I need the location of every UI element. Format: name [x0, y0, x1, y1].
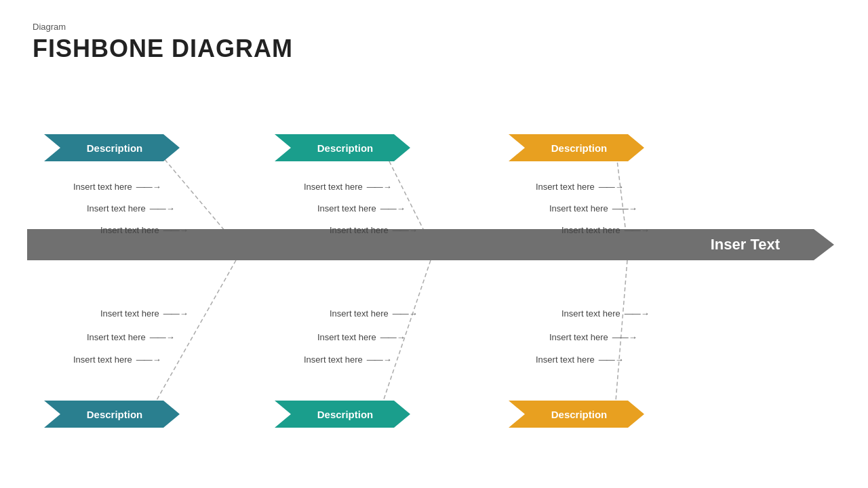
top-item-1-2: Insert text here — [87, 203, 175, 214]
arrow-icon — [599, 182, 624, 192]
arrow-icon — [163, 308, 189, 319]
bottom-item-1-1: Insert text here — [100, 308, 189, 319]
svg-line-4 — [383, 260, 431, 401]
top-label-1: Description — [44, 134, 180, 161]
top-label-2: Description — [275, 134, 410, 161]
bottom-item-3-3: Insert text here — [536, 354, 624, 365]
bottom-item-2-3: Insert text here — [304, 354, 392, 365]
header: Diagram FISHBONE DIAGRAM — [33, 22, 293, 63]
header-subtitle: Diagram — [33, 22, 293, 32]
arrow-icon — [367, 182, 392, 192]
top-item-3-1: Insert text here — [536, 182, 624, 192]
arrow-icon — [393, 225, 418, 235]
bottom-item-3-1: Insert text here — [561, 308, 650, 319]
bottom-label-2: Description — [275, 401, 410, 428]
arrow-icon — [163, 225, 189, 235]
top-item-2-2: Insert text here — [317, 203, 406, 214]
svg-line-3 — [156, 260, 236, 401]
bottom-item-1-2: Insert text here — [87, 332, 175, 342]
header-title: FISHBONE DIAGRAM — [33, 35, 293, 63]
top-item-2-1: Insert text here — [304, 182, 392, 192]
arrow-icon — [150, 332, 175, 342]
spine-label: Inser Text — [711, 236, 814, 253]
arrow-icon — [150, 203, 175, 214]
arrow-icon — [625, 308, 650, 319]
top-item-3-3: Insert text here — [561, 225, 650, 235]
top-item-2-3: Insert text here — [330, 225, 418, 235]
bottom-item-1-3: Insert text here — [73, 354, 161, 365]
top-item-3-2: Insert text here — [549, 203, 637, 214]
arrow-icon — [367, 354, 392, 365]
bottom-item-2-2: Insert text here — [317, 332, 406, 342]
bottom-item-3-2: Insert text here — [549, 332, 637, 342]
arrow-icon — [380, 203, 406, 214]
arrow-icon — [599, 354, 624, 365]
arrow-icon — [380, 332, 406, 342]
top-item-1-1: Insert text here — [73, 182, 161, 192]
bottom-label-1: Description — [44, 401, 180, 428]
arrow-icon — [625, 225, 650, 235]
arrow-icon — [393, 308, 418, 319]
top-item-1-3: Insert text here — [100, 225, 189, 235]
svg-line-5 — [616, 260, 627, 401]
top-label-3: Description — [509, 134, 644, 161]
arrow-icon — [612, 332, 637, 342]
arrow-icon — [136, 354, 161, 365]
arrow-icon — [612, 203, 637, 214]
bottom-label-3: Description — [509, 401, 644, 428]
bottom-item-2-1: Insert text here — [330, 308, 418, 319]
arrow-icon — [136, 182, 161, 192]
